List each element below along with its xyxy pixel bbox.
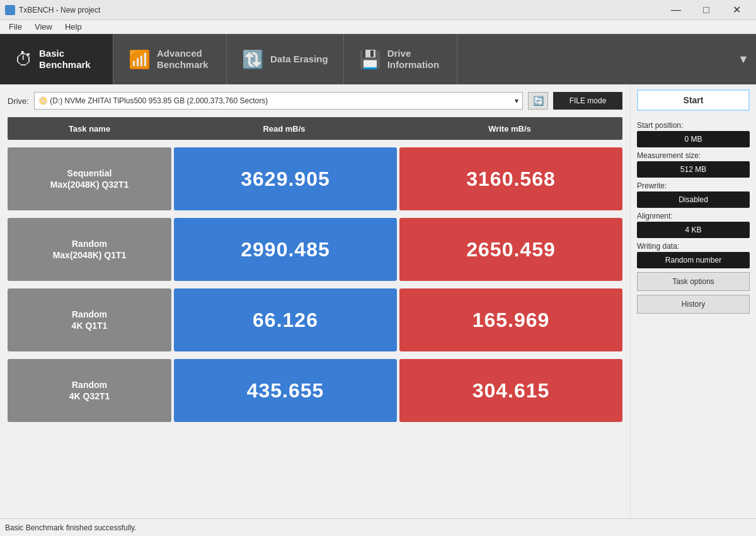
writing-data-label: Writing data: — [637, 242, 750, 251]
main-content: Drive: 📀 (D:) NVMe ZHITAI TiPlus500 953.… — [0, 84, 756, 518]
start-button[interactable]: Start — [637, 89, 750, 111]
read-value-4: 435.655 — [174, 359, 397, 422]
write-value-3: 165.969 — [399, 288, 622, 351]
close-button[interactable]: ✕ — [722, 1, 751, 19]
row-label-3: Random4K Q1T1 — [8, 288, 171, 351]
write-value-2: 2650.459 — [399, 218, 622, 281]
start-position-label: Start position: — [637, 121, 750, 130]
task-options-button[interactable]: Task options — [637, 272, 750, 291]
read-value-1: 3629.905 — [174, 147, 397, 210]
drive-information-icon: 💾 — [359, 49, 381, 70]
tab-advanced-label: AdvancedBenchmark — [157, 48, 209, 71]
menu-view[interactable]: View — [28, 21, 59, 33]
right-panel: Start Start position: 0 MB Measurement s… — [630, 84, 756, 518]
drive-label: Drive: — [8, 96, 29, 106]
tab-drive-label: DriveInformation — [387, 48, 440, 71]
data-erasing-icon: 🔃 — [242, 49, 264, 70]
basic-benchmark-icon: ⏱ — [15, 49, 33, 70]
status-text: Basic Benchmark finished successfully. — [5, 523, 137, 532]
app-icon — [5, 5, 15, 15]
drive-selector[interactable]: 📀 (D:) NVMe ZHITAI TiPlus500 953.85 GB (… — [34, 92, 523, 110]
window-controls: — □ ✕ — [662, 1, 751, 19]
menu-help[interactable]: Help — [59, 21, 88, 33]
drive-select-text: 📀 (D:) NVMe ZHITAI TiPlus500 953.85 GB (… — [38, 96, 268, 105]
menu-file[interactable]: File — [3, 21, 28, 33]
row-label-4: Random4K Q32T1 — [8, 359, 171, 422]
prewrite-label: Prewrite: — [637, 181, 750, 190]
start-position-value: 0 MB — [637, 131, 750, 147]
tab-data-erasing[interactable]: 🔃 Data Erasing — [227, 34, 344, 84]
read-value-2: 2990.485 — [174, 218, 397, 281]
tab-drive-information[interactable]: 💾 DriveInformation — [344, 34, 457, 84]
bench-row-random-4k-q32t1: Random4K Q32T1 435.655 304.615 — [8, 359, 622, 422]
menu-bar: File View Help — [0, 20, 756, 34]
measurement-size-value: 512 MB — [637, 161, 750, 178]
status-bar: Basic Benchmark finished successfully. — [0, 518, 756, 536]
history-button[interactable]: History — [637, 295, 750, 314]
prewrite-value: Disabled — [637, 191, 750, 208]
row-label-2: RandomMax(2048K) Q1T1 — [8, 218, 171, 281]
alignment-value: 4 KB — [637, 222, 750, 238]
alignment-label: Alignment: — [637, 212, 750, 220]
maximize-button[interactable]: □ — [692, 1, 721, 19]
col-read: Read mB/s — [171, 124, 397, 134]
minimize-button[interactable]: — — [662, 1, 690, 19]
tab-basic-label: BasicBenchmark — [39, 48, 91, 71]
drive-refresh-button[interactable]: 🔄 — [528, 92, 548, 110]
col-write: Write mB/s — [397, 124, 622, 134]
tab-basic-benchmark[interactable]: ⏱ BasicBenchmark — [0, 34, 113, 84]
title-bar: TxBENCH - New project — □ ✕ — [0, 0, 756, 20]
bench-row-random-4k-q1t1: Random4K Q1T1 66.126 165.969 — [8, 288, 622, 351]
row-label-1: SequentialMax(2048K) Q32T1 — [8, 147, 171, 210]
write-value-1: 3160.568 — [399, 147, 622, 210]
bench-row-random-max: RandomMax(2048K) Q1T1 2990.485 2650.459 — [8, 218, 622, 281]
advanced-benchmark-icon: 📶 — [129, 49, 151, 70]
tab-bar: ⏱ BasicBenchmark 📶 AdvancedBenchmark 🔃 D… — [0, 34, 756, 84]
write-value-4: 304.615 — [399, 359, 622, 422]
measurement-size-label: Measurement size: — [637, 151, 750, 160]
tab-advanced-benchmark[interactable]: 📶 AdvancedBenchmark — [113, 34, 227, 84]
refresh-icon: 🔄 — [533, 96, 544, 106]
table-header: Task name Read mB/s Write mB/s — [8, 117, 622, 140]
read-value-3: 66.126 — [174, 288, 397, 351]
tabs-more-button[interactable]: ▼ — [731, 34, 756, 84]
col-task-name: Task name — [8, 124, 171, 134]
tab-erasing-label: Data Erasing — [270, 54, 328, 65]
bench-row-sequential: SequentialMax(2048K) Q32T1 3629.905 3160… — [8, 147, 622, 210]
writing-data-value: Random number — [637, 252, 750, 268]
drive-row: Drive: 📀 (D:) NVMe ZHITAI TiPlus500 953.… — [8, 92, 622, 110]
drive-dropdown-icon: ▾ — [515, 96, 518, 105]
left-panel: Drive: 📀 (D:) NVMe ZHITAI TiPlus500 953.… — [0, 84, 630, 518]
window-title: TxBENCH - New project — [19, 6, 100, 14]
file-mode-button[interactable]: FILE mode — [553, 92, 622, 110]
